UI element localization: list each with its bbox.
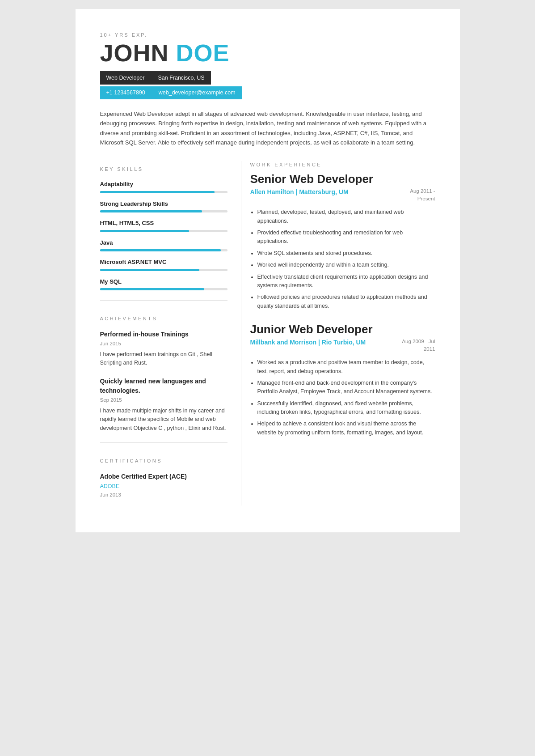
job-company: Allen Hamilton | Mattersburg, UM — [250, 187, 349, 197]
skill-item: My SQL — [100, 277, 227, 291]
job-bullet: Managed front-end and back-end developme… — [257, 379, 435, 396]
job-company-row: Allen Hamilton | Mattersburg, UM Aug 201… — [250, 187, 435, 203]
job-bullets-list: Planned, developed, tested, deployed, an… — [250, 208, 435, 310]
skill-bar-bg — [100, 191, 227, 193]
job-bullets-list: Worked as a productive and positive team… — [250, 358, 435, 437]
job-dates: Aug 2011 -Present — [405, 187, 435, 203]
skill-name: HTML, HTML5, CSS — [100, 219, 227, 228]
achievement-desc: I have performed team trainings on Git ,… — [100, 350, 227, 368]
skill-bar-fill — [100, 191, 215, 193]
right-column: WORK EXPERIENCE Senior Web Developer All… — [241, 161, 435, 505]
skill-bar-bg — [100, 288, 227, 290]
achievement-item: Quickly learned new languages and techno… — [100, 377, 227, 433]
skill-item: Java — [100, 238, 227, 252]
achievement-item: Performed in-house Trainings Jun 2015 I … — [100, 330, 227, 368]
job-item: Junior Web Developer Millbank and Morris… — [250, 323, 435, 437]
skill-bar-fill — [100, 249, 221, 251]
skill-bar-bg — [100, 249, 227, 251]
skill-item: Strong Leadership Skills — [100, 200, 227, 213]
header: 10+ YRS EXP. JOHN DOE Web Developer San … — [100, 31, 435, 109]
job-title: Web Developer — [106, 74, 145, 82]
job-bullet: Worked well independently and within a t… — [257, 261, 435, 269]
location: San Francisco, US — [158, 74, 204, 82]
achievement-date: Jun 2015 — [100, 340, 227, 348]
first-name: JOHN — [100, 39, 169, 66]
skill-bar-fill — [100, 210, 202, 212]
skill-name: Java — [100, 238, 227, 247]
skill-bar-bg — [100, 269, 227, 271]
job-bullet: Followed policies and procedures related… — [257, 293, 435, 310]
job-bullet: Effectively translated client requiremen… — [257, 273, 435, 290]
job-bullet: Wrote SQL statements and stored procedur… — [257, 249, 435, 258]
job-company-row: Millbank and Morrison | Rio Turbio, UM A… — [250, 338, 435, 353]
job-bullet: Provided effective troubleshooting and r… — [257, 229, 435, 246]
job-bullet: Helped to achieve a consistent look and … — [257, 420, 435, 437]
skill-bar-bg — [100, 230, 227, 232]
two-column-layout: KEY SKILLS Adaptability Strong Leadershi… — [100, 161, 435, 505]
skill-name: My SQL — [100, 277, 227, 286]
achievement-title: Quickly learned new languages and techno… — [100, 377, 227, 395]
cert-title: Adobe Certified Expert (ACE) — [100, 472, 227, 481]
phone: +1 1234567890 — [106, 89, 145, 97]
skill-name: Strong Leadership Skills — [100, 200, 227, 208]
resume-container: 10+ YRS EXP. JOHN DOE Web Developer San … — [76, 9, 460, 532]
skill-item: HTML, HTML5, CSS — [100, 219, 227, 232]
skill-bar-fill — [100, 269, 199, 271]
skills-section-title: KEY SKILLS — [100, 161, 227, 173]
achievement-desc: I have made multiple major shifts in my … — [100, 407, 227, 433]
cert-org: ADOBE — [100, 482, 227, 491]
job-bullet: Worked as a productive and positive team… — [257, 358, 435, 376]
skills-list: Adaptability Strong Leadership Skills HT… — [100, 180, 227, 290]
left-column: KEY SKILLS Adaptability Strong Leadershi… — [100, 161, 241, 505]
skill-bar-fill — [100, 230, 190, 232]
last-name: DOE — [176, 39, 230, 66]
achievements-section-title: ACHIEVEMENTS — [100, 310, 227, 323]
job-bullet: Successfully identified, diagnosed, and … — [257, 399, 435, 417]
summary-text: Experienced Web Developer adept in all s… — [100, 109, 435, 148]
job-position-title: Senior Web Developer — [250, 173, 435, 186]
skill-item: Microsoft ASP.NET MVC — [100, 258, 227, 271]
skill-bar-bg — [100, 210, 227, 212]
certifications-section-title: CERTIFICATIONS — [100, 453, 227, 465]
skill-name: Adaptability — [100, 180, 227, 189]
certifications-list: Adobe Certified Expert (ACE) ADOBE Jun 2… — [100, 472, 227, 499]
cert-item: Adobe Certified Expert (ACE) ADOBE Jun 2… — [100, 472, 227, 499]
jobs-list: Senior Web Developer Allen Hamilton | Ma… — [250, 173, 435, 437]
job-bullet: Planned, developed, tested, deployed, an… — [257, 208, 435, 225]
job-company: Millbank and Morrison | Rio Turbio, UM — [250, 338, 366, 347]
title-location-bar: Web Developer San Francisco, US — [100, 71, 211, 85]
job-item: Senior Web Developer Allen Hamilton | Ma… — [250, 173, 435, 310]
divider-2 — [100, 442, 227, 443]
cert-date: Jun 2013 — [100, 491, 227, 499]
skill-bar-fill — [100, 288, 205, 290]
achievements-list: Performed in-house Trainings Jun 2015 I … — [100, 330, 227, 433]
job-position-title: Junior Web Developer — [250, 323, 435, 336]
skill-item: Adaptability — [100, 180, 227, 193]
skill-name: Microsoft ASP.NET MVC — [100, 258, 227, 267]
achievement-title: Performed in-house Trainings — [100, 330, 227, 339]
work-section-title: WORK EXPERIENCE — [250, 161, 435, 169]
job-dates: Aug 2009 - Jul2011 — [397, 338, 435, 353]
contact-bar: +1 1234567890 web_developer@example.com — [100, 86, 242, 99]
achievement-date: Sep 2015 — [100, 396, 227, 404]
divider-1 — [100, 300, 227, 301]
full-name: JOHN DOE — [100, 41, 435, 65]
email: web_developer@example.com — [159, 89, 236, 97]
experience-label: 10+ YRS EXP. — [100, 31, 435, 39]
